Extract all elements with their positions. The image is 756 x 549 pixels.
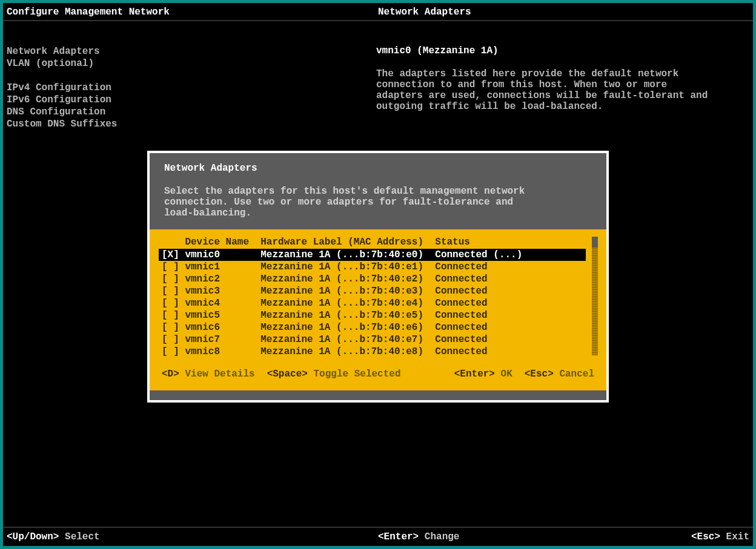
- key-space: <Space>: [267, 369, 308, 380]
- adapter-list[interactable]: [X] vmnic0 Mezzanine 1A (...b:7b:40:e0) …: [162, 249, 594, 358]
- action-view-details: View Details: [185, 369, 254, 380]
- dialog-subtitle: Select the adapters for this host's defa…: [164, 186, 540, 219]
- adapter-row-vmnic5[interactable]: [ ] vmnic5 Mezzanine 1A (...b:7b:40:e5) …: [162, 309, 594, 321]
- hint-change: Change: [425, 531, 460, 542]
- adapter-row-vmnic6[interactable]: [ ] vmnic6 Mezzanine 1A (...b:7b:40:e6) …: [162, 321, 594, 334]
- description-text: The adapters listed here provide the def…: [376, 68, 715, 112]
- description-subject: vmnic0 (Mezzanine 1A): [376, 45, 715, 56]
- sidebar-item-ipv4[interactable]: IPv4 Configuration: [7, 82, 188, 94]
- page-title-right: Network Adapters: [378, 7, 749, 18]
- key-d: <D>: [162, 369, 179, 380]
- adapter-row-vmnic2[interactable]: [ ] vmnic2 Mezzanine 1A (...b:7b:40:e2) …: [162, 273, 594, 285]
- adapter-row-vmnic3[interactable]: [ ] vmnic3 Mezzanine 1A (...b:7b:40:e3) …: [162, 285, 594, 297]
- dialog-title: Network Adapters: [164, 163, 592, 174]
- action-toggle: Toggle Selected: [313, 369, 400, 380]
- adapter-row-vmnic8[interactable]: [ ] vmnic8 Mezzanine 1A (...b:7b:40:e8) …: [162, 346, 594, 358]
- sidebar-item-dns-suffixes[interactable]: Custom DNS Suffixes: [7, 118, 188, 130]
- key-enter: <Enter>: [454, 369, 495, 380]
- description-panel: vmnic0 (Mezzanine 1A) The adapters liste…: [376, 45, 715, 130]
- page-title-left: Configure Management Network: [7, 7, 378, 18]
- sidebar-item-dns[interactable]: DNS Configuration: [7, 106, 188, 118]
- sidebar-item-vlan[interactable]: VLAN (optional): [7, 58, 188, 70]
- adapter-row-vmnic0[interactable]: [X] vmnic0 Mezzanine 1A (...b:7b:40:e0) …: [159, 249, 586, 261]
- dialog-header: Network Adapters Select the adapters for…: [150, 153, 606, 229]
- scrollbar-track[interactable]: [592, 237, 598, 355]
- action-ok: OK: [501, 369, 512, 380]
- table-header: Device Name Hardware Label (MAC Address)…: [162, 237, 594, 249]
- network-adapters-dialog: Network Adapters Select the adapters for…: [147, 151, 609, 403]
- dialog-footer: <D> View Details <Space> Toggle Selected…: [150, 361, 606, 390]
- key-esc-footer: <Esc>: [691, 531, 720, 542]
- key-updown: <Up/Down>: [7, 531, 59, 542]
- adapter-row-vmnic4[interactable]: [ ] vmnic4 Mezzanine 1A (...b:7b:40:e4) …: [162, 297, 594, 309]
- hint-ok: <Enter> OK: [454, 369, 512, 383]
- main-area: Network Adapters VLAN (optional) IPv4 Co…: [3, 21, 753, 134]
- status-bar: <Up/Down> Select <Enter> Change <Esc> Ex…: [3, 527, 753, 546]
- sidebar-spacer: [7, 70, 188, 82]
- adapter-row-vmnic7[interactable]: [ ] vmnic7 Mezzanine 1A (...b:7b:40:e7) …: [162, 334, 594, 346]
- dialog-body: Device Name Hardware Label (MAC Address)…: [150, 229, 606, 361]
- hint-view-details: <D> View Details: [162, 369, 255, 383]
- sidebar-item-ipv6[interactable]: IPv6 Configuration: [7, 94, 188, 106]
- hint-cancel: <Esc> Cancel: [525, 369, 594, 383]
- scrollbar-thumb[interactable]: [592, 237, 598, 248]
- sidebar-item-network-adapters[interactable]: Network Adapters: [7, 45, 188, 58]
- action-cancel: Cancel: [559, 369, 594, 380]
- key-esc: <Esc>: [525, 369, 554, 380]
- hint-select: Select: [65, 531, 100, 542]
- hint-toggle-selected: <Space> Toggle Selected: [267, 369, 401, 383]
- sidebar-menu[interactable]: Network Adapters VLAN (optional) IPv4 Co…: [7, 45, 188, 130]
- hint-exit: Exit: [726, 531, 749, 542]
- adapter-row-vmnic1[interactable]: [ ] vmnic1 Mezzanine 1A (...b:7b:40:e1) …: [162, 261, 594, 273]
- key-enter-footer: <Enter>: [378, 531, 419, 542]
- title-bar: Configure Management Network Network Ada…: [3, 3, 753, 21]
